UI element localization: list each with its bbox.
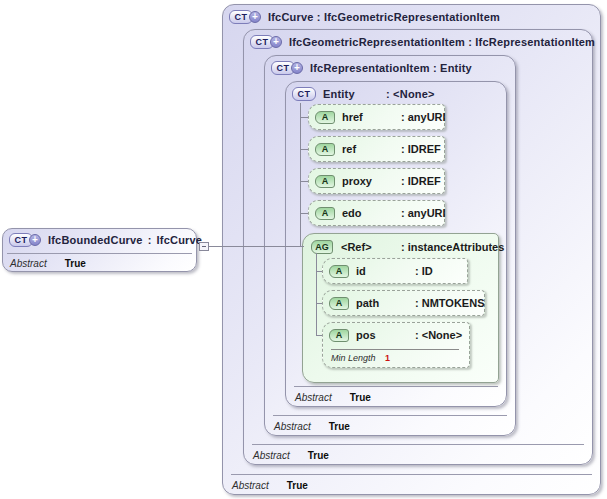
attribute-icon: A [329,297,349,310]
attribute-name: id [356,265,366,277]
attribute-type: : IDREF [401,143,441,155]
attribute-group-type: : instanceAttributes [401,241,504,253]
abstract-footer: AbstractTrue [232,480,308,491]
attribute-type: : ID [415,265,433,277]
ifcboundedcurve-name: IfcBoundedCurve [48,234,143,246]
attribute-icon: A [315,111,335,124]
abstract-footer: AbstractTrue [274,421,350,432]
attribute-name: proxy [342,175,372,187]
attribute-pos-row: A pos : <None> [323,323,469,349]
attribute-icon: A [329,329,349,342]
expand-plus-icon[interactable]: + [270,36,282,48]
complextype-derived-icon: CT + [229,10,261,24]
abstract-label: Abstract [10,258,47,269]
facet-label: Min Length [331,353,376,363]
complextype-derived-icon: CT + [9,233,41,247]
ifcgeomrepitem-title-row: CT + IfcGeometricRepresentationItem : If… [250,35,595,49]
attribute-type: : NMTOKENS [415,297,484,309]
ifcboundedcurve-type: IfcCurve [157,234,203,246]
type-separator: : [148,234,152,246]
attribute-group-name: <Ref> [341,241,372,253]
facet-value: 1 [385,353,390,363]
entity-title-row: CT Entity : <None> [292,87,435,101]
entity-name: Entity [323,88,379,100]
abstract-label: Abstract [295,392,332,403]
ifcgeomrepitem-title: IfcGeometricRepresentationItem : IfcRepr… [289,36,595,48]
entity-type: : <None> [386,88,435,100]
attribute-icon: A [315,143,335,156]
attribute-name: href [342,111,363,123]
attribute-name: ref [342,143,356,155]
expand-plus-icon[interactable]: + [291,62,303,74]
abstract-value: True [329,421,350,432]
abstract-label: Abstract [232,480,269,491]
attribute-group-icon: AG [311,240,333,254]
attribute-icon: A [329,265,349,278]
ifccurve-title: IfcCurve : IfcGeometricRepresentationIte… [268,11,500,23]
footer-divider [7,253,192,254]
attribute-edo: A edo : anyURI [308,200,445,226]
footer-divider [231,474,592,475]
abstract-label: Abstract [253,450,290,461]
expand-plus-icon[interactable]: + [249,11,261,23]
collapse-dash-icon [202,246,206,247]
attribute-path: A path : NMTOKENS [322,290,485,316]
complextype-box-ifcboundedcurve: CT + IfcBoundedCurve : IfcCurve Abstract… [2,228,197,272]
collapse-handle[interactable] [199,242,209,251]
abstract-value: True [65,258,86,269]
abstract-footer: AbstractTrue [10,258,86,269]
abstract-value: True [287,480,308,491]
attribute-tree-trunk [300,103,301,246]
abstract-value: True [308,450,329,461]
attribute-pos: A pos : <None> Min Length 1 [322,322,470,368]
ifcboundedcurve-title-row: CT + IfcBoundedCurve : IfcCurve [9,233,202,247]
abstract-footer: AbstractTrue [253,450,329,461]
expand-plus-icon[interactable]: + [29,234,41,246]
attribute-type: : anyURI [401,111,446,123]
ifcrepitem-title: IfcRepresentationItem : Entity [310,62,472,74]
footer-divider [273,415,507,416]
ct-icon: CT [292,87,316,101]
facet-divider [331,349,459,350]
attribute-name: edo [342,207,362,219]
attribute-type: : <None> [415,329,462,341]
footer-divider [252,444,584,445]
abstract-footer: AbstractTrue [295,392,371,403]
ifcrepitem-title-row: CT + IfcRepresentationItem : Entity [271,61,472,75]
complextype-derived-icon: CT + [250,35,282,49]
schema-diagram: CT + IfcCurve : IfcGeometricRepresentati… [0,0,607,499]
abstract-label: Abstract [274,421,311,432]
attribute-ref: A ref : IDREF [308,136,445,162]
attribute-href: A href : anyURI [308,104,445,130]
derivation-connector-line [209,246,304,247]
ifccurve-title-row: CT + IfcCurve : IfcGeometricRepresentati… [229,10,500,24]
complextype-icon: CT [292,87,316,101]
abstract-value: True [350,392,371,403]
group-tree-trunk [316,253,317,335]
footer-divider [294,386,498,387]
attribute-type: : anyURI [401,207,446,219]
attribute-proxy: A proxy : IDREF [308,168,445,194]
complextype-derived-icon: CT + [271,61,303,75]
attribute-name: pos [356,329,376,341]
attribute-name: path [356,297,379,309]
attribute-type: : IDREF [401,175,441,187]
attribute-id: A id : ID [322,258,468,284]
attribute-icon: A [315,175,335,188]
attribute-icon: A [315,207,335,220]
